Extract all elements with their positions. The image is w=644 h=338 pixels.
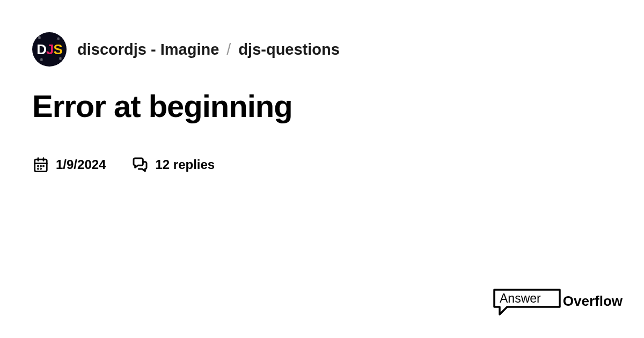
meta-replies: 12 replies bbox=[131, 156, 215, 173]
meta-row: 1/9/2024 12 replies bbox=[32, 156, 612, 173]
breadcrumb-server: discordjs - Imagine bbox=[77, 41, 219, 58]
replies-icon bbox=[131, 156, 149, 173]
calendar-icon bbox=[32, 156, 49, 173]
svg-point-7 bbox=[38, 168, 38, 169]
page-title: Error at beginning bbox=[32, 88, 612, 124]
svg-point-8 bbox=[40, 168, 41, 169]
svg-text:Answer: Answer bbox=[500, 291, 541, 305]
avatar-text: DJS bbox=[36, 41, 62, 58]
replies-text: 12 replies bbox=[155, 157, 215, 172]
svg-point-6 bbox=[43, 166, 43, 166]
breadcrumb-separator: / bbox=[226, 41, 231, 58]
header-row: ❄ ❄ ❄ ❄ DJS discordjs - Imagine / djs-qu… bbox=[32, 32, 612, 67]
speech-bubble-icon: Answer bbox=[492, 288, 562, 317]
breadcrumb-channel: djs-questions bbox=[238, 41, 340, 58]
date-text: 1/9/2024 bbox=[56, 157, 106, 172]
footer-logo: Answer Overflow bbox=[492, 288, 623, 317]
svg-point-5 bbox=[40, 166, 41, 166]
meta-date: 1/9/2024 bbox=[32, 156, 106, 173]
svg-point-4 bbox=[38, 166, 38, 166]
breadcrumb: discordjs - Imagine / djs-questions bbox=[77, 41, 340, 58]
logo-overflow-text: Overflow bbox=[563, 293, 623, 310]
server-avatar: ❄ ❄ ❄ ❄ DJS bbox=[32, 32, 67, 67]
